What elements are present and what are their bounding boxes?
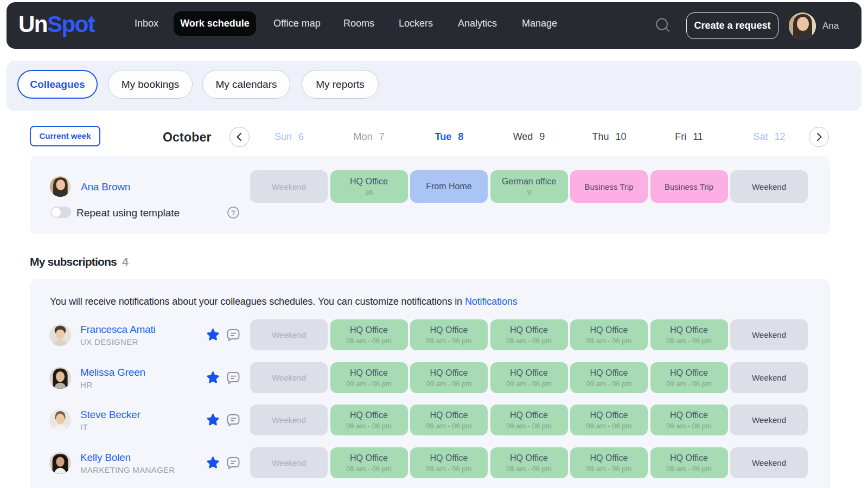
svg-text:?: ?	[231, 209, 235, 217]
